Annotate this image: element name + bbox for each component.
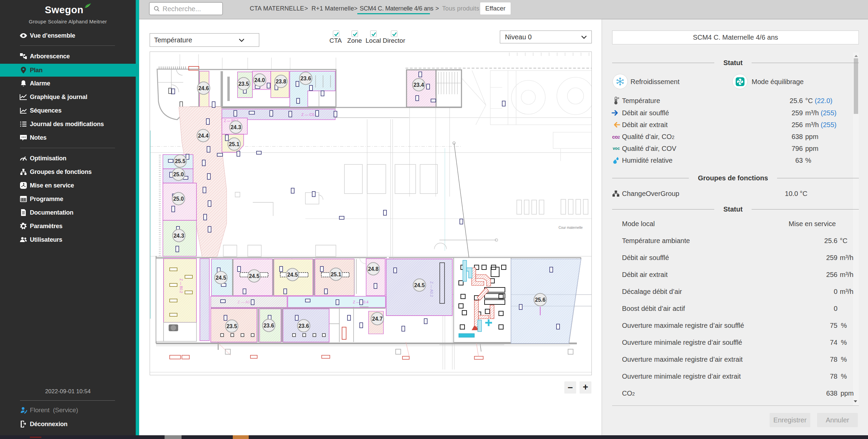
svg-text:24.5: 24.5 [215,275,226,281]
svg-text:24.0: 24.0 [254,77,265,83]
svg-text:23.5: 23.5 [226,323,237,329]
svg-text:24.5: 24.5 [414,282,424,288]
svg-text:25.6: 25.6 [535,297,545,303]
svg-text:23.6: 23.6 [298,323,309,329]
svg-text:24.5: 24.5 [287,272,298,278]
svg-text:Z — C0.7: Z — C0.7 [301,113,317,117]
svg-text:Z — B0.2: Z — B0.2 [179,279,183,293]
svg-text:Z — A0.8: Z — A0.8 [238,300,253,304]
svg-text:24.3: 24.3 [230,124,241,130]
svg-text:25.1: 25.1 [331,272,341,277]
svg-text:24.7: 24.7 [372,316,382,322]
svg-text:23.8: 23.8 [276,79,286,84]
svg-text:24.8: 24.8 [368,266,378,272]
svg-text:23.6: 23.6 [263,323,274,328]
svg-text:24.5: 24.5 [249,273,259,279]
svg-text:25.0: 25.0 [173,196,184,202]
svg-text:25.1: 25.1 [229,141,239,147]
svg-text:23.4: 23.4 [413,82,424,88]
svg-text:24.3: 24.3 [173,233,184,239]
svg-text:24.4: 24.4 [198,133,208,139]
svg-text:23.6: 23.6 [300,76,311,81]
svg-text:Cour maternelle: Cour maternelle [559,226,583,230]
svg-text:24.6: 24.6 [198,85,209,91]
svg-text:25.5: 25.5 [175,158,185,164]
svg-text:23.5: 23.5 [238,81,249,87]
svg-text:25.0: 25.0 [173,172,184,177]
svg-text:Z — A0.2: Z — A0.2 [430,281,434,297]
